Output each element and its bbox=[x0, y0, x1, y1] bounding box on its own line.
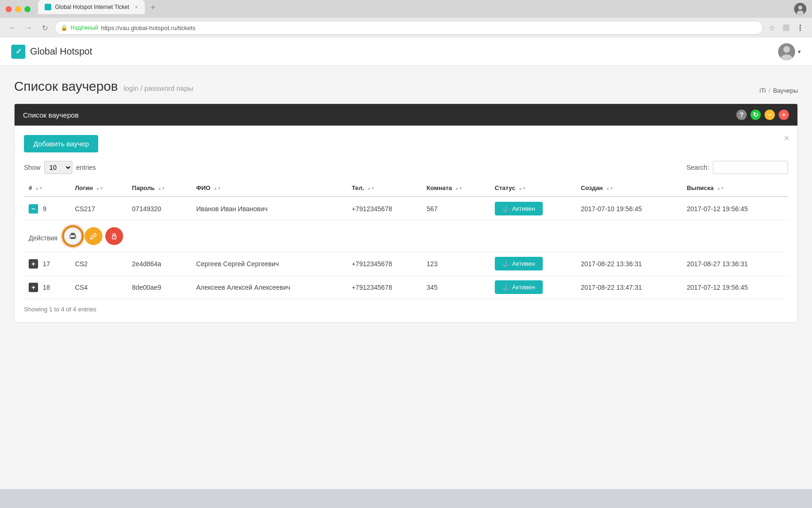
table-row: − 9 CS217 07149320 Иванов Иван Иванович … bbox=[24, 197, 788, 221]
cell-tel: +7912345678 bbox=[347, 252, 422, 276]
secure-label: Надёжный bbox=[70, 24, 98, 31]
actions-label: Действия bbox=[29, 234, 57, 242]
table-header-row: # ▲▼ Логин ▲▼ Пароль ▲▼ bbox=[24, 180, 788, 197]
cell-toggle-id: + 17 bbox=[24, 252, 70, 276]
cell-created: 2017-08-22 13:47:31 bbox=[576, 276, 682, 299]
col-login: Логин ▲▼ bbox=[70, 180, 127, 197]
row-id: 17 bbox=[43, 260, 50, 268]
page-title-group: Список ваучеров login / password пары bbox=[14, 79, 193, 94]
svg-point-15 bbox=[114, 237, 115, 238]
entries-select[interactable]: 10 25 50 bbox=[44, 161, 72, 174]
col-checkout: Выписка ▲▼ bbox=[682, 180, 788, 197]
col-created: Создан ▲▼ bbox=[576, 180, 682, 197]
tab-favicon bbox=[45, 4, 51, 10]
user-avatar bbox=[778, 43, 795, 60]
logo-text: Global Hotspot bbox=[30, 46, 92, 57]
lock-button[interactable] bbox=[105, 227, 123, 245]
sort-icon-status[interactable]: ▲▼ bbox=[518, 187, 526, 190]
row-expand-toggle[interactable]: + bbox=[29, 259, 38, 269]
sort-icon-fio[interactable]: ▲▼ bbox=[214, 187, 221, 190]
cell-status: ⚓ Активен bbox=[490, 276, 576, 299]
maximize-dot[interactable] bbox=[24, 6, 31, 12]
sort-icon-created[interactable]: ▲▼ bbox=[606, 187, 614, 190]
browser-tab[interactable]: Global Hotspot Internet Ticket × bbox=[38, 0, 145, 14]
cell-fio: Алексеев Алексей Алексеевич bbox=[191, 276, 347, 299]
sort-icon-tel[interactable]: ▲▼ bbox=[367, 187, 375, 190]
showing-text: Showing 1 to 4 of 4 entries bbox=[24, 306, 788, 313]
col-password: Пароль ▲▼ bbox=[127, 180, 192, 197]
panel-ctrl-close[interactable]: + bbox=[779, 110, 789, 120]
row-id: 18 bbox=[43, 284, 50, 291]
bookmark-icon[interactable]: ☆ bbox=[767, 23, 777, 33]
cell-created: 2017-08-22 13:36:31 bbox=[576, 252, 682, 276]
search-label: Search: bbox=[687, 164, 709, 171]
panel-title: Список ваучеров bbox=[23, 111, 78, 119]
sort-icon-id[interactable]: ▲▼ bbox=[35, 187, 43, 190]
search-input[interactable] bbox=[713, 161, 788, 174]
browser-profile-icon[interactable] bbox=[794, 3, 806, 15]
cell-tel: +7912345678 bbox=[347, 276, 422, 299]
lock-icon: 🔒 bbox=[61, 24, 68, 31]
cell-fio: Иванов Иван Иванович bbox=[191, 197, 347, 221]
cell-created: 2017-07-10 19:56:45 bbox=[576, 197, 682, 221]
vouchers-table: # ▲▼ Логин ▲▼ Пароль ▲▼ bbox=[24, 180, 788, 299]
svg-rect-11 bbox=[71, 237, 75, 239]
header-user[interactable]: ▾ bbox=[778, 43, 801, 60]
cell-login: CS4 bbox=[70, 276, 127, 299]
cell-toggle-id: + 18 bbox=[24, 276, 70, 299]
sort-icon-password[interactable]: ▲▼ bbox=[158, 187, 165, 190]
anchor-icon: ⚓ bbox=[502, 284, 510, 291]
cell-login: CS2 bbox=[70, 252, 127, 276]
menu-icon[interactable] bbox=[795, 23, 805, 33]
new-tab-button[interactable]: + bbox=[147, 1, 160, 14]
table-controls: Show 10 25 50 entries Search: bbox=[24, 161, 788, 174]
row-id: 9 bbox=[43, 205, 47, 213]
back-button[interactable]: ← bbox=[7, 22, 19, 34]
close-dot[interactable] bbox=[6, 6, 12, 12]
svg-rect-12 bbox=[71, 233, 75, 235]
panel-ctrl-gray[interactable]: ? bbox=[736, 110, 747, 120]
actions-cell: Действия bbox=[24, 221, 788, 252]
row-expand-toggle[interactable]: − bbox=[29, 204, 38, 214]
tab-close-icon[interactable]: × bbox=[135, 4, 138, 10]
breadcrumb: iTi / Ваучеры bbox=[759, 87, 798, 94]
minimize-dot[interactable] bbox=[15, 6, 21, 12]
cell-password: 2e4d864a bbox=[127, 252, 192, 276]
address-bar[interactable]: 🔒 Надёжный https://vau.global-hotspot.ru… bbox=[55, 21, 763, 35]
forward-button[interactable]: → bbox=[23, 22, 35, 34]
cell-checkout: 2017-07-12 19:56:45 bbox=[682, 276, 788, 299]
panel-ctrl-refresh[interactable]: ↻ bbox=[750, 110, 761, 120]
svg-rect-3 bbox=[783, 24, 789, 31]
add-voucher-button[interactable]: Добавить ваучер bbox=[24, 135, 98, 152]
cell-tel: +7912345678 bbox=[347, 197, 422, 221]
sort-icon-login[interactable]: ▲▼ bbox=[96, 187, 103, 190]
status-button[interactable]: ⚓ Активен bbox=[495, 280, 543, 294]
breadcrumb-current: Ваучеры bbox=[773, 87, 798, 94]
panel-close-x[interactable]: × bbox=[784, 134, 789, 143]
entries-label: entries bbox=[76, 164, 96, 171]
edit-button[interactable] bbox=[85, 227, 102, 245]
sort-icon-checkout[interactable]: ▲▼ bbox=[717, 187, 724, 190]
svg-point-4 bbox=[799, 24, 801, 26]
extension-icon[interactable] bbox=[781, 23, 791, 33]
row-expand-toggle[interactable]: + bbox=[29, 283, 38, 292]
cell-checkout: 2017-07-12 19:56:45 bbox=[682, 197, 788, 221]
user-dropdown-arrow: ▾ bbox=[798, 48, 801, 55]
breadcrumb-root: iTi bbox=[759, 87, 765, 94]
tab-title: Global Hotspot Internet Ticket bbox=[55, 4, 129, 10]
print-button[interactable] bbox=[64, 227, 82, 245]
actions-row: Действия bbox=[24, 221, 788, 252]
svg-point-1 bbox=[798, 6, 803, 10]
panel-controls: ? ↻ − + bbox=[736, 110, 789, 120]
status-button[interactable]: ⚓ Активен bbox=[495, 202, 543, 215]
cell-status: ⚓ Активен bbox=[490, 252, 576, 276]
sort-icon-room[interactable]: ▲▼ bbox=[455, 187, 462, 190]
panel-ctrl-minimize[interactable]: − bbox=[765, 110, 775, 120]
status-button[interactable]: ⚓ Активен bbox=[495, 257, 543, 270]
show-entries: Show 10 25 50 entries bbox=[24, 161, 96, 174]
col-fio: ФИО ▲▼ bbox=[191, 180, 347, 197]
col-id: # ▲▼ bbox=[24, 180, 70, 197]
app-header: ✓ Global Hotspot ▾ bbox=[0, 38, 812, 66]
svg-point-13 bbox=[74, 236, 75, 237]
refresh-button[interactable]: ↻ bbox=[39, 22, 51, 34]
